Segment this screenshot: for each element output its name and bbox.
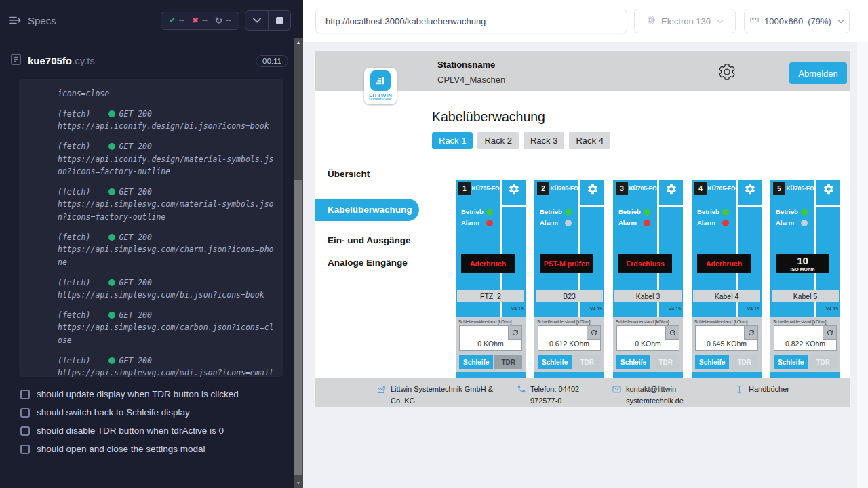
sidebar-nav-item[interactable]: Kabelüberwachung — [315, 199, 419, 221]
firmware-version: V4.19 — [590, 306, 602, 311]
ruler-icon — [749, 15, 760, 27]
factory-icon — [376, 384, 387, 397]
scrollbar-track[interactable] — [294, 38, 303, 488]
test-item[interactable]: should disable TDR button when tdrActive… — [0, 422, 294, 440]
specs-list-icon[interactable] — [9, 16, 22, 25]
spec-file-row[interactable]: kue705fo.cy.ts 00:11 — [0, 41, 294, 79]
sidebar-nav-item[interactable]: Übersicht — [315, 163, 432, 185]
device-number-badge: 4 — [694, 182, 707, 195]
schleife-button[interactable]: Schleife — [774, 355, 808, 369]
refresh-button[interactable] — [744, 326, 757, 340]
measurement-label: Schleifenwiderstand [kOhm] — [773, 319, 826, 324]
device-model-label: KÜ705-FO — [471, 185, 500, 192]
test-item[interactable]: should open and close the settings modal — [0, 440, 294, 458]
spec-timer: 00:11 — [256, 55, 288, 67]
network-log-entry[interactable]: icons=close — [58, 87, 275, 100]
refresh-button[interactable] — [587, 326, 600, 340]
network-log-entry[interactable]: (fetch)GET 200 https://api.simplesvg.com… — [58, 277, 275, 302]
alarm-led — [722, 220, 729, 226]
mode-buttons: Schleife TDR — [774, 355, 837, 369]
log-status: GET 200 — [119, 278, 151, 287]
url-input[interactable]: http://localhost:3000/kabelueberwachung — [315, 9, 627, 33]
mode-buttons: Schleife TDR — [616, 355, 679, 369]
rack-tab[interactable]: Rack 1 — [432, 132, 473, 149]
rack-tab[interactable]: Rack 2 — [477, 132, 518, 149]
scroll-up-arrow[interactable]: ▲ — [294, 39, 303, 46]
measurement-label: Schleifenwiderstand [kOhm] — [537, 319, 590, 324]
sidebar-nav-item[interactable]: Analoge Eingänge — [315, 251, 432, 274]
rack-tab-label: Rack 1 — [439, 136, 466, 146]
network-log-entry[interactable]: (fetch)GET 200 https://api.simplesvg.com… — [58, 309, 275, 347]
stop-button[interactable] — [268, 11, 290, 30]
network-log-entry[interactable]: (fetch)GET 200 https://api.simplesvg.com… — [58, 231, 275, 269]
runner-scrollbar[interactable]: ▲ ▼ — [294, 0, 303, 488]
betrieb-row: Betrieb — [461, 208, 493, 216]
tdr-button[interactable]: TDR — [573, 355, 601, 369]
test-state-icon — [20, 445, 30, 454]
sidebar-nav-label: Analoge Eingänge — [328, 258, 408, 268]
refresh-button[interactable] — [665, 326, 679, 340]
tdr-button[interactable]: TDR — [730, 355, 758, 369]
measurement-value-box: 0.822 KOhm — [774, 325, 837, 351]
test-list: should update display when TDR button is… — [0, 385, 294, 458]
schleife-button[interactable]: Schleife — [695, 355, 729, 369]
network-log-entry[interactable]: (fetch)GET 200 https://api.simplesvg.com… — [58, 354, 275, 377]
viewport-selector[interactable]: 1000x660 (79%) — [744, 9, 850, 33]
iso-value: 10 — [797, 256, 808, 266]
refresh-button[interactable] — [823, 326, 836, 340]
betrieb-led — [486, 209, 493, 216]
test-item[interactable]: should update display when TDR button is… — [0, 385, 294, 403]
logout-button[interactable]: Abmelden — [789, 62, 847, 84]
rack-tab-label: Rack 3 — [530, 136, 557, 146]
betrieb-label: Betrieb — [697, 208, 722, 216]
cable-name-label: Kabel 4 — [693, 290, 760, 302]
device-settings-icon[interactable] — [744, 183, 756, 195]
betrieb-label: Betrieb — [540, 208, 565, 216]
test-state-icon — [20, 390, 30, 399]
alarm-row: Alarm — [776, 219, 808, 226]
card-divider — [580, 205, 604, 207]
log-url: icons=close — [58, 87, 275, 100]
tdr-button[interactable]: TDR — [652, 355, 679, 369]
schleife-button[interactable]: Schleife — [616, 355, 650, 369]
manuals-link[interactable]: Handbücher — [749, 384, 789, 395]
tdr-button[interactable]: TDR — [809, 355, 837, 369]
device-settings-icon[interactable] — [823, 183, 835, 195]
app-footer: Littwin Systemtechnik GmbH & Co. KG Tele… — [315, 378, 850, 407]
rack-tab[interactable]: Rack 3 — [524, 132, 564, 149]
footer-manuals[interactable]: Handbücher — [734, 384, 789, 397]
refresh-button[interactable] — [508, 326, 521, 340]
device-card: 2 KÜ705-FO Betrieb Alarm — [534, 180, 604, 383]
rack-tab-label: Rack 2 — [484, 136, 511, 146]
browser-pane: http://localhost:3000/kabelueberwachung … — [303, 0, 868, 488]
device-settings-icon[interactable] — [665, 183, 677, 195]
scrollbar-thumb[interactable] — [294, 180, 302, 475]
device-settings-icon[interactable] — [587, 183, 599, 195]
betrieb-label: Betrieb — [776, 208, 801, 216]
test-item-label: should update display when TDR button is… — [37, 389, 239, 399]
schleife-button[interactable]: Schleife — [538, 355, 572, 369]
browser-selector[interactable]: Electron 130 — [634, 9, 736, 33]
passed-stat: ✔-- — [169, 16, 184, 25]
device-settings-icon[interactable] — [508, 183, 520, 195]
tdr-button[interactable]: TDR — [494, 355, 522, 369]
rack-tab[interactable]: Rack 4 — [569, 132, 610, 149]
betrieb-led — [722, 209, 729, 216]
spec-file-icon — [11, 54, 21, 68]
device-number-badge: 1 — [458, 182, 471, 195]
collapse-button[interactable] — [245, 11, 268, 30]
network-log-entry[interactable]: (fetch)GET 200 https://api.iconify.desig… — [58, 108, 275, 133]
email-address[interactable]: kontakt@littwin-systemtechnik.de — [626, 384, 690, 406]
page-scroll-gutter — [857, 42, 868, 488]
device-card: 5 KÜ705-FO Betrieb Alarm — [770, 180, 840, 383]
alarm-label: Alarm — [697, 219, 722, 226]
scroll-down-arrow[interactable]: ▼ — [294, 480, 303, 487]
test-item-label: should open and close the settings modal — [37, 444, 205, 454]
schleife-button[interactable]: Schleife — [459, 355, 493, 369]
settings-gear-icon[interactable] — [717, 62, 736, 81]
sidebar-nav-item[interactable]: Ein- und Ausgänge — [315, 229, 432, 251]
test-item[interactable]: should switch back to Schleife display — [0, 403, 294, 422]
log-url: https://api.iconify.design/bi.json?icons… — [58, 120, 275, 133]
network-log-entry[interactable]: (fetch)GET 200 https://api.simplesvg.com… — [58, 186, 275, 224]
network-log-entry[interactable]: (fetch)GET 200 https://api.iconify.desig… — [58, 140, 275, 178]
